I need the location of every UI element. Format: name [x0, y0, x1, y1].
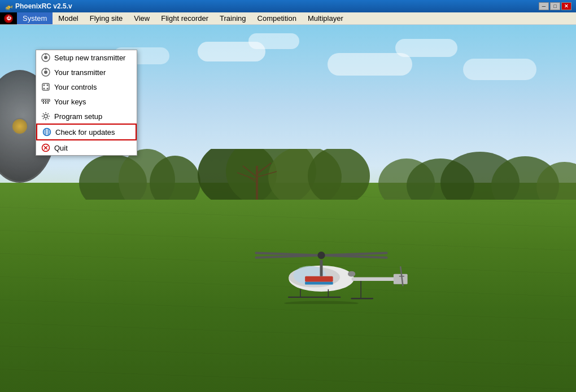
gear-icon [41, 111, 51, 121]
your-transmitter-icon [41, 67, 51, 77]
main-content: Setup new transmitter Your transmitter [0, 25, 576, 392]
your-keys-label: Your keys [54, 98, 86, 106]
title-bar: 🚁 PhoenixRC v2.5.v ─ □ ✕ [0, 0, 576, 12]
svg-rect-53 [47, 102, 49, 104]
menu-view[interactable]: View [128, 12, 155, 24]
dropdown-item-your-keys[interactable]: Your keys [36, 94, 137, 109]
menu-model[interactable]: Model [53, 12, 84, 24]
program-setup-label: Program setup [54, 112, 102, 121]
cloud-4 [395, 39, 457, 57]
svg-point-49 [47, 88, 49, 90]
svg-rect-56 [47, 100, 49, 101]
svg-point-40 [44, 56, 47, 59]
helicopter-svg [228, 244, 414, 304]
app-icon: 🚁 [5, 2, 13, 10]
svg-rect-36 [320, 260, 323, 276]
svg-rect-34 [306, 276, 334, 282]
menu-system[interactable]: System [17, 12, 53, 24]
dropdown-item-program-setup[interactable]: Program setup [36, 109, 137, 124]
check-updates-label: Check for updates [55, 128, 115, 136]
setup-transmitter-label: Setup new transmitter [54, 54, 125, 62]
menu-training[interactable]: Training [214, 12, 251, 24]
svg-rect-45 [42, 83, 49, 90]
power-area: ⏻ [0, 12, 17, 24]
your-transmitter-label: Your transmitter [54, 68, 106, 77]
keys-icon [41, 96, 51, 107]
dropdown-item-your-controls[interactable]: Your controls [36, 80, 137, 94]
maximize-button[interactable]: □ [550, 2, 560, 10]
controls-icon [41, 82, 51, 92]
svg-point-21 [318, 252, 325, 259]
cloud-3 [328, 53, 412, 76]
trees-svg [0, 149, 576, 200]
svg-point-46 [43, 85, 45, 86]
svg-rect-26 [394, 274, 408, 284]
dropdown-item-your-transmitter[interactable]: Your transmitter [36, 65, 137, 80]
menu-flying-site[interactable]: Flying site [84, 12, 129, 24]
globe-icon [42, 127, 52, 137]
close-button[interactable]: ✕ [561, 2, 571, 10]
cloud-5 [463, 59, 536, 80]
quit-icon [41, 143, 51, 153]
your-controls-label: Your controls [54, 83, 97, 91]
svg-point-43 [44, 71, 47, 74]
minimize-button[interactable]: ─ [539, 2, 549, 10]
power-button[interactable]: ⏻ [4, 14, 13, 23]
system-dropdown-menu: Setup new transmitter Your transmitter [36, 50, 137, 156]
svg-point-37 [348, 271, 355, 276]
dropdown-item-check-updates[interactable]: Check for updates [36, 124, 137, 140]
svg-point-47 [47, 85, 49, 86]
menu-multiplayer[interactable]: Multiplayer [302, 12, 349, 24]
svg-point-57 [44, 114, 47, 118]
menu-competition[interactable]: Competition [252, 12, 302, 24]
quit-label: Quit [54, 144, 68, 152]
transmitter-icon [41, 52, 51, 63]
svg-rect-54 [43, 100, 44, 101]
menu-flight-recorder[interactable]: Flight recorder [155, 12, 214, 24]
dropdown-item-setup-transmitter[interactable]: Setup new transmitter [36, 50, 137, 65]
svg-rect-35 [306, 281, 334, 284]
dropdown-item-quit[interactable]: Quit [36, 140, 137, 155]
helicopter [228, 244, 414, 311]
app-title: PhoenixRC v2.5.v [15, 2, 72, 10]
svg-point-6 [308, 149, 370, 200]
cloud-2 [248, 33, 299, 49]
svg-point-48 [43, 88, 45, 90]
svg-rect-55 [45, 100, 46, 101]
menu-bar: ⏻ System Model Flying site View Flight r… [0, 12, 576, 25]
svg-rect-52 [45, 102, 46, 104]
tree-line [0, 149, 576, 200]
svg-rect-51 [43, 102, 44, 104]
svg-point-38 [284, 301, 359, 304]
